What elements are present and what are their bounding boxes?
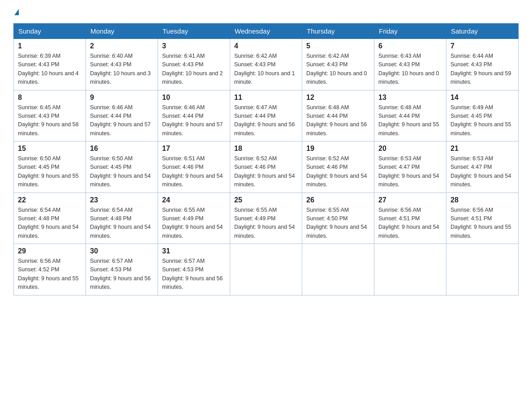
day-info: Sunrise: 6:45 AMSunset: 4:43 PMDaylight:…: [18, 104, 79, 137]
day-number: 8: [18, 94, 82, 102]
day-number: 30: [90, 247, 154, 255]
calendar-cell: 25 Sunrise: 6:55 AMSunset: 4:49 PMDaylig…: [230, 193, 302, 244]
calendar-cell: 23 Sunrise: 6:54 AMSunset: 4:48 PMDaylig…: [86, 193, 158, 244]
day-info: Sunrise: 6:42 AMSunset: 4:43 PMDaylight:…: [234, 53, 295, 85]
day-number: 20: [378, 145, 442, 153]
calendar-cell: 9 Sunrise: 6:46 AMSunset: 4:44 PMDayligh…: [86, 90, 158, 141]
calendar-cell: 3 Sunrise: 6:41 AMSunset: 4:43 PMDayligh…: [158, 39, 230, 90]
calendar-cell: [374, 244, 446, 295]
calendar-cell: 2 Sunrise: 6:40 AMSunset: 4:43 PMDayligh…: [86, 39, 158, 90]
day-number: 3: [162, 42, 226, 50]
calendar-week-row: 22 Sunrise: 6:54 AMSunset: 4:48 PMDaylig…: [14, 193, 519, 244]
day-info: Sunrise: 6:57 AMSunset: 4:53 PMDaylight:…: [162, 258, 223, 290]
logo: [13, 9, 19, 15]
day-number: 28: [450, 196, 514, 204]
day-number: 27: [378, 196, 442, 204]
day-number: 25: [234, 196, 298, 204]
day-header-monday: Monday: [86, 24, 158, 39]
calendar-cell: 28 Sunrise: 6:56 AMSunset: 4:51 PMDaylig…: [446, 193, 519, 244]
day-header-sunday: Sunday: [14, 24, 86, 39]
day-info: Sunrise: 6:48 AMSunset: 4:44 PMDaylight:…: [306, 104, 367, 137]
day-number: 14: [450, 94, 514, 102]
day-number: 1: [18, 42, 82, 50]
calendar-cell: 27 Sunrise: 6:56 AMSunset: 4:51 PMDaylig…: [374, 193, 446, 244]
calendar-cell: 18 Sunrise: 6:52 AMSunset: 4:46 PMDaylig…: [230, 141, 302, 193]
day-number: 15: [18, 145, 82, 153]
day-info: Sunrise: 6:56 AMSunset: 4:51 PMDaylight:…: [450, 207, 511, 239]
day-info: Sunrise: 6:52 AMSunset: 4:46 PMDaylight:…: [306, 155, 367, 188]
calendar-cell: 5 Sunrise: 6:42 AMSunset: 4:43 PMDayligh…: [302, 39, 374, 90]
day-number: 19: [306, 145, 370, 153]
day-info: Sunrise: 6:40 AMSunset: 4:43 PMDaylight:…: [90, 53, 151, 85]
day-number: 9: [90, 94, 154, 102]
calendar-table: SundayMondayTuesdayWednesdayThursdayFrid…: [13, 23, 519, 295]
calendar-cell: [230, 244, 302, 295]
calendar-cell: 31 Sunrise: 6:57 AMSunset: 4:53 PMDaylig…: [158, 244, 230, 295]
day-info: Sunrise: 6:56 AMSunset: 4:51 PMDaylight:…: [378, 207, 439, 239]
calendar-cell: 13 Sunrise: 6:48 AMSunset: 4:44 PMDaylig…: [374, 90, 446, 141]
day-info: Sunrise: 6:39 AMSunset: 4:43 PMDaylight:…: [18, 53, 79, 85]
calendar-cell: 11 Sunrise: 6:47 AMSunset: 4:44 PMDaylig…: [230, 90, 302, 141]
day-number: 2: [90, 42, 154, 50]
day-header-saturday: Saturday: [446, 24, 519, 39]
day-number: 26: [306, 196, 370, 204]
day-number: 29: [18, 247, 82, 255]
calendar-cell: 6 Sunrise: 6:43 AMSunset: 4:43 PMDayligh…: [374, 39, 446, 90]
calendar-week-row: 1 Sunrise: 6:39 AMSunset: 4:43 PMDayligh…: [14, 39, 519, 90]
day-info: Sunrise: 6:48 AMSunset: 4:44 PMDaylight:…: [378, 104, 439, 137]
calendar-cell: 14 Sunrise: 6:49 AMSunset: 4:45 PMDaylig…: [446, 90, 519, 141]
day-info: Sunrise: 6:46 AMSunset: 4:44 PMDaylight:…: [90, 104, 151, 137]
day-number: 6: [378, 42, 442, 50]
day-info: Sunrise: 6:55 AMSunset: 4:50 PMDaylight:…: [306, 207, 367, 239]
calendar-cell: 30 Sunrise: 6:57 AMSunset: 4:53 PMDaylig…: [86, 244, 158, 295]
day-number: 11: [234, 94, 298, 102]
calendar-cell: 21 Sunrise: 6:53 AMSunset: 4:47 PMDaylig…: [446, 141, 519, 193]
day-info: Sunrise: 6:54 AMSunset: 4:48 PMDaylight:…: [18, 207, 79, 239]
calendar-cell: 4 Sunrise: 6:42 AMSunset: 4:43 PMDayligh…: [230, 39, 302, 90]
day-number: 31: [162, 247, 226, 255]
day-info: Sunrise: 6:46 AMSunset: 4:44 PMDaylight:…: [162, 104, 223, 137]
day-number: 12: [306, 94, 370, 102]
day-info: Sunrise: 6:49 AMSunset: 4:45 PMDaylight:…: [450, 104, 511, 137]
day-info: Sunrise: 6:55 AMSunset: 4:49 PMDaylight:…: [162, 207, 223, 239]
calendar-cell: [446, 244, 519, 295]
day-number: 24: [162, 196, 226, 204]
day-info: Sunrise: 6:53 AMSunset: 4:47 PMDaylight:…: [378, 155, 439, 188]
day-header-tuesday: Tuesday: [158, 24, 230, 39]
day-info: Sunrise: 6:50 AMSunset: 4:45 PMDaylight:…: [90, 155, 151, 188]
calendar-cell: 19 Sunrise: 6:52 AMSunset: 4:46 PMDaylig…: [302, 141, 374, 193]
day-info: Sunrise: 6:47 AMSunset: 4:44 PMDaylight:…: [234, 104, 295, 137]
calendar-cell: 7 Sunrise: 6:44 AMSunset: 4:43 PMDayligh…: [446, 39, 519, 90]
day-number: 7: [450, 42, 514, 50]
day-number: 16: [90, 145, 154, 153]
day-number: 10: [162, 94, 226, 102]
day-info: Sunrise: 6:43 AMSunset: 4:43 PMDaylight:…: [378, 53, 439, 85]
day-info: Sunrise: 6:44 AMSunset: 4:43 PMDaylight:…: [450, 53, 511, 85]
calendar-cell: 16 Sunrise: 6:50 AMSunset: 4:45 PMDaylig…: [86, 141, 158, 193]
day-info: Sunrise: 6:50 AMSunset: 4:45 PMDaylight:…: [18, 155, 79, 188]
day-header-friday: Friday: [374, 24, 446, 39]
day-number: 5: [306, 42, 370, 50]
day-number: 22: [18, 196, 82, 204]
day-info: Sunrise: 6:53 AMSunset: 4:47 PMDaylight:…: [450, 155, 511, 188]
day-info: Sunrise: 6:42 AMSunset: 4:43 PMDaylight:…: [306, 53, 367, 85]
calendar-cell: 1 Sunrise: 6:39 AMSunset: 4:43 PMDayligh…: [14, 39, 86, 90]
calendar-cell: 10 Sunrise: 6:46 AMSunset: 4:44 PMDaylig…: [158, 90, 230, 141]
calendar-cell: 8 Sunrise: 6:45 AMSunset: 4:43 PMDayligh…: [14, 90, 86, 141]
calendar-cell: 17 Sunrise: 6:51 AMSunset: 4:46 PMDaylig…: [158, 141, 230, 193]
day-info: Sunrise: 6:41 AMSunset: 4:43 PMDaylight:…: [162, 53, 223, 85]
calendar-cell: 12 Sunrise: 6:48 AMSunset: 4:44 PMDaylig…: [302, 90, 374, 141]
day-info: Sunrise: 6:52 AMSunset: 4:46 PMDaylight:…: [234, 155, 295, 188]
day-info: Sunrise: 6:56 AMSunset: 4:52 PMDaylight:…: [18, 258, 79, 290]
day-number: 18: [234, 145, 298, 153]
calendar-header-row: SundayMondayTuesdayWednesdayThursdayFrid…: [14, 24, 519, 39]
day-header-thursday: Thursday: [302, 24, 374, 39]
calendar-week-row: 15 Sunrise: 6:50 AMSunset: 4:45 PMDaylig…: [14, 141, 519, 193]
calendar-cell: 26 Sunrise: 6:55 AMSunset: 4:50 PMDaylig…: [302, 193, 374, 244]
day-number: 23: [90, 196, 154, 204]
day-header-wednesday: Wednesday: [230, 24, 302, 39]
calendar-cell: 24 Sunrise: 6:55 AMSunset: 4:49 PMDaylig…: [158, 193, 230, 244]
day-info: Sunrise: 6:54 AMSunset: 4:48 PMDaylight:…: [90, 207, 151, 239]
page-header: [13, 9, 519, 15]
calendar-cell: [302, 244, 374, 295]
